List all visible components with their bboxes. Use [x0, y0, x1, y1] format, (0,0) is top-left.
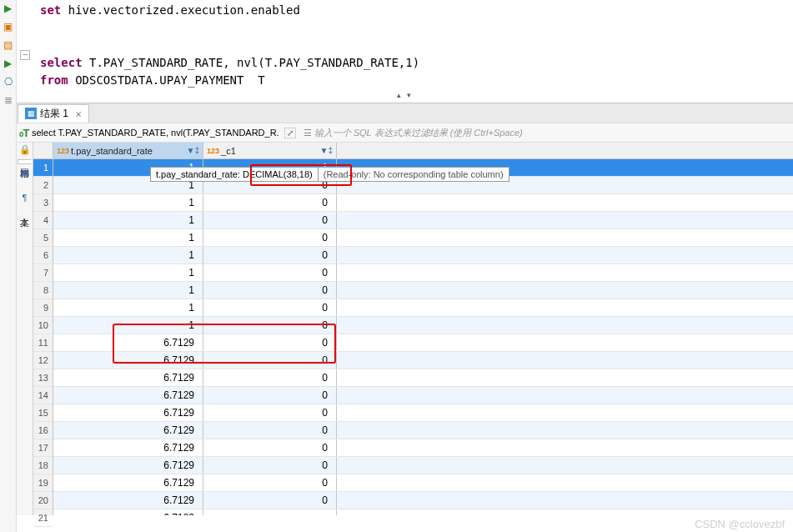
table-row[interactable]: 6.71290 [53, 492, 793, 509]
cell-pay-standard-rate[interactable]: 6.7129 [53, 369, 203, 386]
cell-pay-standard-rate[interactable]: 1 [53, 282, 203, 299]
row-number[interactable]: 2 [33, 177, 53, 194]
table-row[interactable]: 10 [53, 247, 793, 264]
row-number[interactable]: 14 [33, 387, 53, 404]
table-row[interactable]: 6.71290 [53, 457, 793, 474]
row-number[interactable]: 7 [33, 264, 53, 282]
table-row[interactable]: 6.71290 [53, 369, 793, 387]
cell-pay-standard-rate[interactable]: 1 [53, 194, 203, 211]
cell-c1[interactable]: 0 [203, 492, 337, 509]
cell-c1[interactable]: 0 [203, 404, 337, 421]
table-row[interactable]: 6.71290 [53, 404, 793, 422]
line1-text: hive.vectorized.execution.enabled [61, 3, 300, 17]
cell-c1[interactable]: 0 [203, 299, 337, 316]
row-number[interactable]: 16 [33, 422, 53, 439]
col2-filter-icon[interactable]: ▼‡ [320, 146, 333, 155]
expand-query-icon[interactable]: ⤢ [284, 128, 296, 138]
lock-icon[interactable]: 🔒 [19, 144, 31, 156]
row-number[interactable]: 1 [33, 159, 53, 177]
row-number[interactable]: 19 [33, 474, 53, 492]
cell-pay-standard-rate[interactable]: 6.7129 [53, 422, 203, 439]
row-number[interactable]: 12 [33, 352, 53, 369]
table-row[interactable]: 10 [53, 264, 793, 282]
cell-pay-standard-rate[interactable]: 6.7129 [53, 387, 203, 404]
execute-plan-icon[interactable]: ▤ [2, 38, 15, 52]
cell-pay-standard-rate[interactable]: 6.7129 [53, 492, 203, 509]
cell-pay-standard-rate[interactable]: 6.7129 [53, 404, 203, 421]
side-tab-text[interactable]: 文本 [18, 208, 32, 213]
table-row[interactable]: 10 [53, 299, 793, 317]
query-text[interactable]: select T.PAY_STANDARD_RATE, nvl(T.PAY_ST… [32, 128, 279, 138]
fold-icon[interactable]: − [20, 50, 30, 60]
watermark: CSDN @cclovezbf [695, 518, 785, 530]
filter-hint[interactable]: 输入一个 SQL 表达式来过滤结果 (使用 Ctrl+Space) [314, 127, 523, 139]
row-number[interactable]: 10 [33, 317, 53, 334]
side-tab-grid[interactable]: 网格 [18, 159, 32, 164]
cell-c1[interactable]: 0 [203, 194, 337, 211]
line4-text: ODSCOSTDATA.UPAY_PAYMENT T [68, 73, 265, 87]
row-number[interactable]: 11 [33, 334, 53, 352]
row-number[interactable]: 9 [33, 299, 53, 317]
table-row[interactable]: 6.71290 [53, 422, 793, 439]
table-row[interactable]: 6.71290 [53, 439, 793, 457]
row-number[interactable]: 18 [33, 457, 53, 474]
row-number[interactable]: 20 [33, 492, 53, 509]
cell-pay-standard-rate[interactable]: 1 [53, 212, 203, 228]
table-row[interactable]: 6.71290 [53, 387, 793, 404]
table-row[interactable]: 6.7129 [53, 509, 793, 515]
cell-pay-standard-rate[interactable]: 6.7129 [53, 457, 203, 474]
cell-c1[interactable]: 0 [203, 264, 337, 281]
table-row[interactable]: 10 [53, 229, 793, 247]
table-row[interactable]: 10 [53, 212, 793, 229]
cell-c1[interactable]: 0 [203, 247, 337, 263]
cell-pay-standard-rate[interactable]: 1 [53, 299, 203, 316]
row-number[interactable]: 15 [33, 404, 53, 422]
cell-c1[interactable]: 0 [203, 369, 337, 386]
run-icon[interactable]: ▶ [2, 2, 15, 15]
grid-side-tabs: 🔒 网格 ▦ ¶ 文本 [17, 143, 33, 515]
table-row[interactable]: 6.71290 [53, 474, 793, 492]
cell-c1[interactable]: 0 [203, 387, 337, 404]
row-number[interactable]: 21 [33, 509, 53, 527]
text-mode-icon[interactable]: ¶ [19, 193, 31, 204]
panel-collapse-bar[interactable]: ▴ ▾ [17, 88, 793, 103]
row-number[interactable]: 8 [33, 282, 53, 299]
cell-c1[interactable]: 0 [203, 439, 337, 456]
cell-pay-standard-rate[interactable]: 6.7129 [53, 474, 203, 491]
row-number[interactable]: 4 [33, 212, 53, 229]
cell-c1[interactable]: 0 [203, 474, 337, 491]
commit-icon[interactable]: ▶ [2, 57, 15, 70]
cell-pay-standard-rate[interactable]: 1 [53, 229, 203, 246]
cell-c1[interactable]: 0 [203, 229, 337, 246]
row-number[interactable]: 17 [33, 439, 53, 457]
row-number[interactable]: 5 [33, 229, 53, 247]
cell-pay-standard-rate[interactable]: 1 [53, 247, 203, 263]
cell-pay-standard-rate[interactable]: 6.7129 [53, 439, 203, 456]
row-number-gutter: 123456789101112131415161718192021 [33, 143, 53, 515]
cell-c1[interactable]: 0 [203, 457, 337, 474]
cell-c1[interactable] [203, 509, 337, 515]
row-number[interactable]: 6 [33, 247, 53, 264]
result-tabbar: ▦ 结果 1 ⨯ [17, 103, 793, 123]
column-header-pay-standard-rate[interactable]: 123 t.pay_standard_rate ▼‡ [53, 143, 203, 158]
cell-pay-standard-rate[interactable]: 6.7129 [53, 509, 203, 515]
filter-icon[interactable]: ☰ [301, 128, 314, 138]
row-number[interactable]: 3 [33, 194, 53, 212]
history-icon[interactable]: ≣ [2, 93, 15, 107]
grid-mode-icon[interactable]: ▦ [19, 168, 31, 179]
close-tab-icon[interactable]: ⨯ [75, 109, 82, 118]
table-row[interactable]: 10 [53, 194, 793, 212]
table-row[interactable]: 10 [53, 282, 793, 299]
col2-type-icon: 123 [207, 147, 219, 155]
cell-c1[interactable]: 0 [203, 282, 337, 299]
result-tab-1[interactable]: ▦ 结果 1 ⨯ [18, 104, 89, 123]
row-number[interactable]: 13 [33, 369, 53, 387]
col1-filter-icon[interactable]: ▼‡ [187, 146, 199, 155]
explain-icon[interactable]: ⎔ [2, 75, 15, 88]
sql-editor[interactable]: − set hive.vectorized.execution.enabled … [17, 0, 793, 88]
column-header-c1[interactable]: 123 _c1 ▼‡ [203, 143, 337, 158]
cell-pay-standard-rate[interactable]: 1 [53, 264, 203, 281]
cell-c1[interactable]: 0 [203, 212, 337, 228]
execute-script-icon[interactable]: ▣ [2, 20, 15, 33]
cell-c1[interactable]: 0 [203, 422, 337, 439]
